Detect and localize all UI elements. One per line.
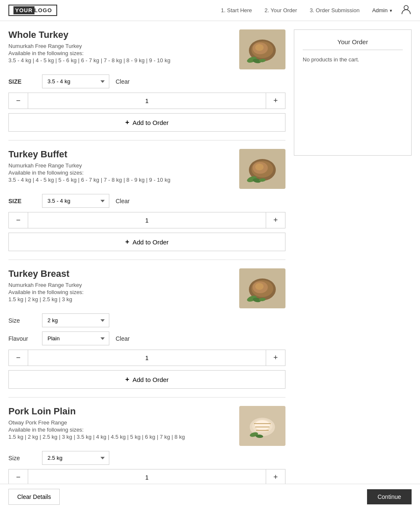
add-icon-whole-turkey: + — [125, 119, 129, 126]
add-icon-turkey-buffet: + — [125, 238, 129, 246]
header: YOURLOGO 1. Start Here2. Your Order3. Or… — [0, 0, 420, 21]
add-icon-turkey-breast: + — [125, 376, 129, 383]
product-card-turkey-buffet: Turkey BuffetNumurkah Free Range TurkeyA… — [8, 141, 285, 260]
add-to-order-button-whole-turkey[interactable]: +Add to Order — [8, 113, 285, 132]
product-name-turkey-breast: Turkey Breast — [8, 268, 233, 279]
quantity-increase-turkey-buffet[interactable]: + — [266, 212, 285, 228]
quantity-increase-whole-turkey[interactable]: + — [266, 93, 285, 109]
svg-point-21 — [255, 283, 264, 290]
product-image-turkey-breast — [239, 268, 285, 308]
product-brand-turkey-buffet: Numurkah Free Range Turkey — [8, 162, 233, 169]
product-sizes-turkey-breast: 1.5 kg | 2 kg | 2.5 kg | 3 kg — [8, 296, 233, 302]
quantity-row-turkey-breast: −+ — [8, 350, 285, 366]
quantity-decrease-pork-loin-plain[interactable]: − — [9, 469, 28, 485]
add-to-order-label-whole-turkey: Add to Order — [132, 119, 169, 126]
option-label-turkey-breast-1: Flavour — [8, 335, 42, 342]
clear-option-button-turkey-breast-1[interactable]: Clear — [116, 335, 129, 342]
option-row-pork-loin-plain-0: Size1.5 kg2 kg2.5 kg3 kg3.5 kg4 kg4.5 kg… — [8, 451, 285, 465]
quantity-decrease-turkey-breast[interactable]: − — [9, 350, 28, 366]
product-brand-pork-loin-plain: Otway Pork Free Range — [8, 419, 233, 426]
quantity-row-turkey-buffet: −+ — [8, 212, 285, 228]
option-row-turkey-breast-1: FlavourPlainSeasonedClear — [8, 331, 285, 345]
option-label-turkey-buffet-0: SIZE — [8, 198, 42, 204]
clear-details-button[interactable]: Clear Details — [8, 489, 60, 505]
option-label-whole-turkey-0: SIZE — [8, 78, 42, 85]
footer-bar: Clear Details Continue — [0, 484, 420, 509]
quantity-increase-pork-loin-plain[interactable]: + — [266, 469, 285, 485]
quantity-row-pork-loin-plain: −+ — [8, 469, 285, 485]
option-select-pork-loin-plain-0[interactable]: 1.5 kg2 kg2.5 kg3 kg3.5 kg4 kg4.5 kg5 kg… — [42, 451, 109, 465]
product-available-whole-turkey: Available in the following sizes: — [8, 50, 233, 56]
options-area-pork-loin-plain: Size1.5 kg2 kg2.5 kg3 kg3.5 kg4 kg4.5 kg… — [8, 451, 285, 465]
quantity-increase-turkey-breast[interactable]: + — [266, 350, 285, 366]
cart-box: Your Order No products in the cart. — [294, 29, 412, 156]
user-icon[interactable] — [401, 4, 412, 17]
cart-title: Your Order — [303, 38, 403, 50]
option-select-turkey-buffet-0[interactable]: 3.5 - 4 kg4 - 5 kg5 - 6 kg6 - 7 kg7 - 8 … — [42, 194, 109, 208]
options-area-turkey-buffet: SIZE3.5 - 4 kg4 - 5 kg5 - 6 kg6 - 7 kg7 … — [8, 194, 285, 208]
product-sizes-pork-loin-plain: 1.5 kg | 2 kg | 2.5 kg | 3 kg | 3.5 kg |… — [8, 434, 233, 440]
option-select-whole-turkey-0[interactable]: 3.5 - 4 kg4 - 5 kg5 - 6 kg6 - 7 kg7 - 8 … — [42, 74, 109, 88]
product-available-pork-loin-plain: Available in the following sizes: — [8, 427, 233, 433]
options-area-whole-turkey: SIZE3.5 - 4 kg4 - 5 kg5 - 6 kg6 - 7 kg7 … — [8, 74, 285, 88]
continue-button[interactable]: Continue — [367, 489, 412, 504]
product-brand-whole-turkey: Numurkah Free Range Turkey — [8, 43, 233, 49]
chevron-down-icon — [390, 7, 392, 13]
option-row-turkey-breast-0: Size1.5 kg2 kg2.5 kg3 kg — [8, 313, 285, 327]
product-card-turkey-breast: Turkey BreastNumurkah Free Range TurkeyA… — [8, 260, 285, 398]
quantity-decrease-whole-turkey[interactable]: − — [9, 93, 28, 109]
quantity-input-pork-loin-plain[interactable] — [28, 469, 266, 485]
svg-point-0 — [404, 5, 408, 10]
quantity-decrease-turkey-buffet[interactable]: − — [9, 212, 28, 228]
admin-label: Admin — [372, 7, 388, 13]
option-label-turkey-breast-0: Size — [8, 317, 42, 324]
product-card-whole-turkey: Whole TurkeyNumurkah Free Range TurkeyAv… — [8, 29, 285, 141]
cart-column: Your Order No products in the cart. — [294, 29, 412, 509]
add-to-order-label-turkey-breast: Add to Order — [132, 376, 169, 383]
option-select-turkey-breast-0[interactable]: 1.5 kg2 kg2.5 kg3 kg — [42, 313, 109, 327]
product-name-whole-turkey: Whole Turkey — [8, 29, 233, 40]
cart-empty-message: No products in the cart. — [303, 56, 403, 63]
user-profile-icon[interactable] — [401, 4, 412, 15]
product-name-pork-loin-plain: Pork Loin Plain — [8, 406, 233, 417]
product-sizes-turkey-buffet: 3.5 - 4 kg | 4 - 5 kg | 5 - 6 kg | 6 - 7… — [8, 177, 233, 183]
products-column: Whole TurkeyNumurkah Free Range TurkeyAv… — [8, 29, 285, 509]
quantity-input-turkey-breast[interactable] — [28, 350, 266, 366]
add-to-order-label-turkey-buffet: Add to Order — [132, 239, 169, 246]
product-brand-turkey-breast: Numurkah Free Range Turkey — [8, 282, 233, 288]
main-layout: Whole TurkeyNumurkah Free Range TurkeyAv… — [0, 21, 420, 509]
product-available-turkey-buffet: Available in the following sizes: — [8, 170, 233, 176]
options-area-turkey-breast: Size1.5 kg2 kg2.5 kg3 kgFlavourPlainSeas… — [8, 313, 285, 345]
admin-menu[interactable]: Admin — [372, 7, 392, 13]
logo-logo: LOGO — [34, 7, 52, 13]
nav-steps: 1. Start Here2. Your Order3. Order Submi… — [221, 7, 360, 13]
clear-option-button-whole-turkey-0[interactable]: Clear — [116, 78, 129, 85]
quantity-row-whole-turkey: −+ — [8, 93, 285, 109]
option-row-whole-turkey-0: SIZE3.5 - 4 kg4 - 5 kg5 - 6 kg6 - 7 kg7 … — [8, 74, 285, 88]
svg-point-13 — [255, 164, 264, 170]
logo-your: YOUR — [13, 6, 34, 14]
product-image-whole-turkey — [239, 29, 285, 69]
clear-option-button-turkey-buffet-0[interactable]: Clear — [116, 198, 129, 204]
option-row-turkey-buffet-0: SIZE3.5 - 4 kg4 - 5 kg5 - 6 kg6 - 7 kg7 … — [8, 194, 285, 208]
product-sizes-whole-turkey: 3.5 - 4 kg | 4 - 5 kg | 5 - 6 kg | 6 - 7… — [8, 57, 233, 64]
logo[interactable]: YOURLOGO — [8, 5, 57, 16]
nav-step1[interactable]: 1. Start Here — [221, 7, 252, 13]
option-label-pork-loin-plain-0: Size — [8, 455, 42, 461]
nav-step3[interactable]: 3. Order Submission — [310, 7, 360, 13]
option-select-turkey-breast-1[interactable]: PlainSeasoned — [42, 331, 109, 345]
quantity-input-turkey-buffet[interactable] — [28, 212, 266, 228]
product-image-pork-loin-plain — [239, 406, 285, 446]
add-to-order-button-turkey-buffet[interactable]: +Add to Order — [8, 233, 285, 251]
svg-point-28 — [255, 420, 270, 430]
svg-point-5 — [255, 44, 264, 51]
nav-step2[interactable]: 2. Your Order — [264, 7, 297, 13]
product-image-turkey-buffet — [239, 149, 285, 189]
add-to-order-button-turkey-breast[interactable]: +Add to Order — [8, 370, 285, 389]
product-name-turkey-buffet: Turkey Buffet — [8, 149, 233, 160]
product-available-turkey-breast: Available in the following sizes: — [8, 289, 233, 295]
quantity-input-whole-turkey[interactable] — [28, 93, 266, 109]
